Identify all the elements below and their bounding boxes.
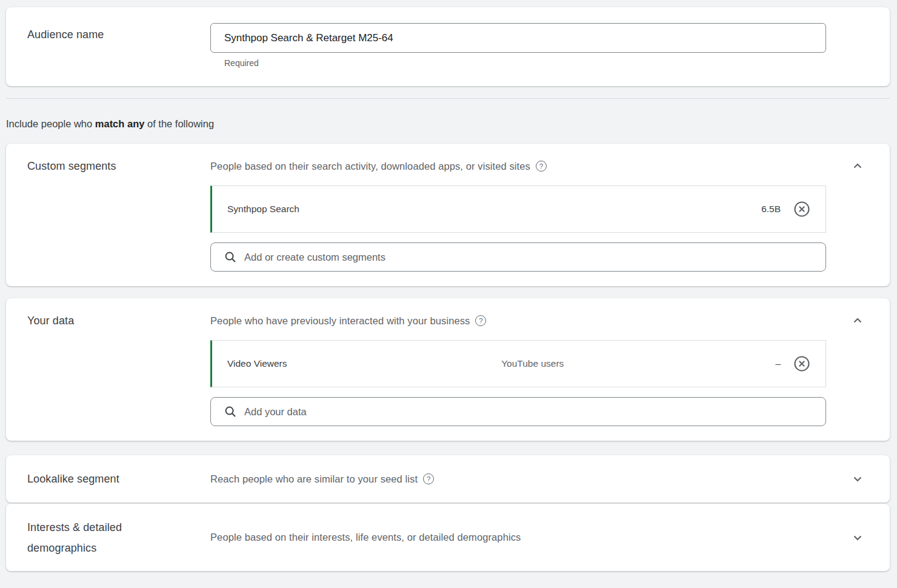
include-rule-emphasis: match any [95, 118, 145, 129]
segment-source: YouTube users [501, 358, 775, 369]
custom-segments-title: Custom segments [27, 158, 210, 174]
audience-name-card: Audience name Required [6, 7, 890, 86]
custom-segments-search-input[interactable] [244, 252, 817, 263]
your-data-title: Your data [27, 313, 210, 329]
include-rule-suffix: of the following [144, 118, 214, 129]
collapse-custom-segments-button[interactable] [850, 158, 865, 174]
help-icon[interactable]: ? [423, 473, 434, 484]
remove-icon [793, 355, 810, 372]
your-data-search-field[interactable] [210, 397, 826, 426]
audience-name-label: Audience name [27, 27, 210, 42]
interests-demographics-panel: Interests & detailed demographics People… [6, 504, 890, 571]
lookalike-segment-panel: Lookalike segment Reach people who are s… [6, 455, 890, 503]
audience-name-input[interactable] [210, 23, 826, 53]
interests-demographics-description: People based on their interests, life ev… [210, 532, 521, 543]
lookalike-segment-description: Reach people who are similar to your see… [210, 473, 418, 485]
segment-reach: 6.5B [761, 204, 781, 215]
section-divider [6, 98, 890, 99]
custom-segments-panel: Custom segments People based on their se… [6, 144, 890, 286]
segment-reach: – [775, 358, 781, 369]
chevron-down-icon [850, 530, 865, 545]
your-data-search-input[interactable] [244, 406, 817, 418]
interests-demographics-title: Interests & detailed demographics [27, 517, 164, 558]
segment-name: Synthpop Search [227, 204, 495, 215]
search-icon [224, 406, 236, 418]
custom-segments-description: People based on their search activity, d… [210, 161, 530, 172]
your-data-panel: Your data People who have previously int… [6, 298, 890, 441]
include-rule-prefix: Include people who [6, 118, 95, 129]
search-icon [224, 251, 236, 263]
help-icon[interactable]: ? [475, 315, 486, 326]
help-icon[interactable]: ? [536, 161, 547, 172]
lookalike-segment-title: Lookalike segment [27, 471, 210, 487]
remove-segment-button[interactable] [793, 201, 810, 218]
collapse-your-data-button[interactable] [850, 313, 865, 329]
include-rule-text: Include people who match any of the foll… [6, 118, 890, 130]
audience-builder-page: Audience name Required Include people wh… [0, 7, 897, 571]
custom-segments-search-field[interactable] [210, 242, 826, 272]
chevron-up-icon [850, 159, 865, 173]
your-data-description: People who have previously interacted wi… [210, 315, 470, 327]
chevron-up-icon [850, 313, 865, 328]
segment-row: Video Viewers YouTube users – [210, 340, 826, 387]
segment-name: Video Viewers [227, 358, 501, 369]
segment-row: Synthpop Search 6.5B [210, 185, 826, 233]
required-helper-text: Required [224, 58, 865, 68]
remove-icon [793, 201, 810, 218]
remove-segment-button[interactable] [793, 355, 810, 372]
expand-interests-demographics-button[interactable] [850, 530, 865, 546]
chevron-down-icon [850, 472, 865, 486]
expand-lookalike-segment-button[interactable] [850, 471, 865, 487]
